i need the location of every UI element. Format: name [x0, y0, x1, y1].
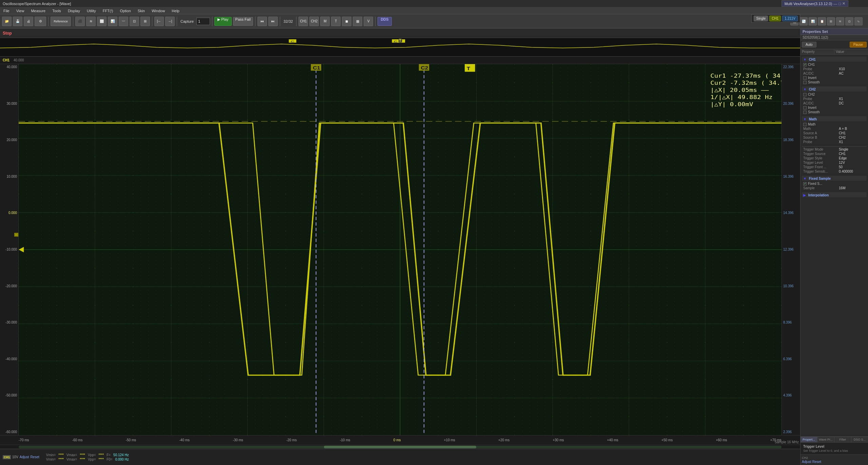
math-checkbox-row: Math [802, 122, 867, 127]
auto-btn[interactable]: Auto [802, 42, 816, 47]
right-adjust-btn[interactable]: Adjust [802, 460, 811, 464]
play-btn[interactable]: ▶ Play [214, 17, 231, 26]
ch1-checkbox[interactable] [803, 63, 807, 66]
ch1-reset-btn[interactable]: Reset [31, 455, 39, 459]
y-axis-right: 22.396 20.396 18.396 16.396 14.396 12.39… [782, 64, 800, 435]
reference-btn[interactable]: Reference [51, 17, 71, 26]
tb-mode-2[interactable]: ≋ [86, 17, 96, 26]
y-label-3: 10.000 [1, 175, 17, 178]
y-label-r-2: 18.396 [783, 138, 799, 142]
menu-tools[interactable]: Tools [51, 8, 62, 13]
tb-mode-6[interactable]: ⊡ [130, 17, 139, 26]
menu-view[interactable]: View [15, 8, 26, 13]
vex-maximize-icon[interactable]: □ [838, 2, 841, 6]
menu-display[interactable]: Display [66, 8, 81, 13]
trig-level-row: Trigger Level 12V [802, 160, 867, 165]
vex-btn-3[interactable]: 📊 [809, 17, 817, 25]
svg-text:Cur2  -7.32ms ( 34.72V ): Cur2 -7.32ms ( 34.72V ) [710, 80, 782, 86]
tb-ch-4[interactable]: T [331, 17, 341, 26]
y-label-r-6: 10.396 [783, 285, 799, 288]
tb-cur-2[interactable]: →| [165, 17, 175, 26]
vex-btn-8[interactable]: ∿ [854, 17, 863, 25]
tb-btn-3[interactable]: 🖨 [24, 17, 33, 26]
tb-v[interactable]: V [364, 17, 373, 26]
tab-wave-process[interactable]: Wave Pr... [817, 437, 834, 442]
ch1-checkbox-row: CH1 [802, 62, 867, 67]
svg-text:Cur1  -27.37ms ( 34.72V ): Cur1 -27.37ms ( 34.72V ) [710, 73, 782, 79]
vex-btn-4[interactable]: 📋 [818, 17, 826, 25]
ch1-vmax-label: Vmax= [66, 453, 77, 457]
overview-strip[interactable]: T C C T [0, 38, 800, 57]
x-axis-labels: -70 ms -60 ms -50 ms -40 ms -30 ms -20 m… [19, 438, 782, 442]
tb-mode-7[interactable]: ⊞ [140, 17, 150, 26]
ch2-checkbox[interactable] [803, 93, 807, 96]
tb-btn-1[interactable]: 📁 [2, 17, 12, 26]
scope-scrollbar[interactable] [0, 445, 800, 449]
capture-input[interactable]: 1 [196, 18, 210, 25]
tb-mode-1[interactable]: ⬛ [75, 17, 85, 26]
ch2-vpp-value: **** [99, 458, 104, 461]
vex-btn-5[interactable]: ⊞ [827, 17, 835, 25]
tb-mode-3[interactable]: ⬜ [97, 17, 107, 26]
tb-ch-5[interactable]: ◼ [342, 17, 351, 26]
math-checkbox[interactable] [803, 123, 807, 126]
tb-mode-4[interactable]: 📊 [108, 17, 117, 26]
x-label-9: +20 ms [498, 438, 509, 442]
y-label-9: -50.000 [1, 394, 17, 397]
pause-btn[interactable]: Pause [850, 42, 867, 47]
vex-btn-7[interactable]: Ω [845, 17, 853, 25]
y-label-r-0: 22.396 [783, 65, 799, 69]
tb-ch-3[interactable]: M [320, 17, 330, 26]
tb-ch-1[interactable]: CH1 [298, 17, 308, 26]
dds-btn[interactable]: DDS [378, 17, 391, 26]
menu-skin[interactable]: Skin [136, 8, 146, 13]
tab-dso[interactable]: DSO S... [851, 437, 868, 442]
tb-cur-1[interactable]: |← [154, 17, 164, 26]
menu-file[interactable]: File [2, 8, 11, 13]
tb-rew[interactable]: ⏮ [257, 17, 267, 26]
tb-btn-4[interactable]: ⚙ [35, 17, 46, 26]
tb-ch-6[interactable]: ▦ [353, 17, 362, 26]
menu-fft[interactable]: FFT(!) [101, 8, 115, 13]
y-label-6: -20.000 [1, 285, 17, 288]
menu-window[interactable]: Window [150, 8, 166, 13]
vex-btn-2[interactable]: 📉 [799, 17, 808, 25]
menu-option[interactable]: Option [118, 8, 132, 13]
menu-help[interactable]: Help [170, 8, 181, 13]
ch2-acdc-row: AC/DC DC [802, 101, 867, 105]
y-label-r-5: 12.396 [783, 248, 799, 251]
ch2-smooth-checkbox[interactable] [803, 111, 807, 114]
tb-fwd[interactable]: ⏭ [268, 17, 278, 26]
right-bottom-info: Trigger Level Set Trigger Level to 0, an… [801, 442, 868, 454]
ch2-vmin-label: Vmin= [46, 458, 56, 461]
math-section-header: ▼ Math [802, 116, 867, 121]
ch1-smooth-checkbox[interactable] [803, 81, 807, 84]
title-bar: Oscilloscope/Spectrum Analyzer - [Wave] … [0, 0, 868, 7]
ch1-vpp-value: **** [99, 453, 104, 457]
single-btn[interactable]: Single [754, 16, 768, 21]
vex-btn-6[interactable]: ≋ [836, 17, 844, 25]
menu-measure[interactable]: Measure [30, 8, 47, 13]
ch2-invert-checkbox[interactable] [803, 106, 807, 110]
y-label-r-10: 2.396 [783, 430, 799, 434]
y-axis-left: 40.000 30.000 20.000 10.000 0.000 -10.00… [0, 64, 19, 435]
right-reset-btn[interactable]: Reset [812, 460, 821, 464]
tb-mode-5[interactable]: 〰 [119, 17, 128, 26]
fixed-sample-checkbox[interactable] [803, 182, 807, 186]
vex-minimize-icon[interactable]: — [833, 2, 837, 6]
ch1-invert-checkbox[interactable] [803, 76, 807, 80]
scope-canvas[interactable]: C1 C2 T [19, 64, 782, 435]
tb-btn-2[interactable]: 💾 [13, 17, 22, 26]
vex-close-icon[interactable]: ✕ [842, 1, 845, 6]
tab-filter[interactable]: Filter [834, 437, 851, 442]
passfail-btn[interactable]: Pass Fail [233, 17, 253, 26]
volt-status-btn[interactable]: 1.211V [782, 16, 798, 21]
scope-area[interactable]: 40.000 30.000 20.000 10.000 0.000 -10.00… [0, 64, 800, 465]
menu-utility[interactable]: Utility [85, 8, 97, 13]
ch1-header-label: CH1 [3, 58, 9, 62]
ch1-status-btn[interactable]: CH1 [769, 16, 781, 21]
ch1-adjust-btn[interactable]: Adjust [20, 455, 29, 459]
tb-ch-2[interactable]: CH2 [309, 17, 319, 26]
x-label-12: +50 ms [661, 438, 673, 442]
tab-properties[interactable]: Propert... [801, 437, 817, 442]
